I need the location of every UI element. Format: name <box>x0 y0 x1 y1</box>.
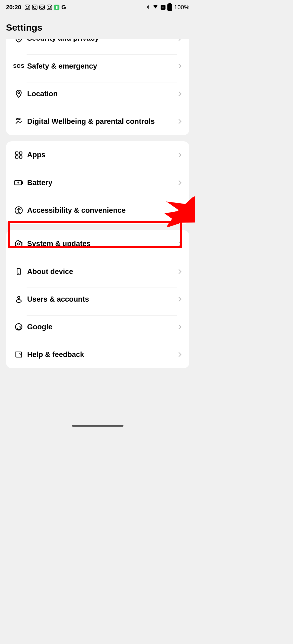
chevron-right-icon <box>177 208 183 213</box>
row-security[interactable]: Security and privacy <box>6 39 189 52</box>
row-apps[interactable]: Apps <box>6 141 189 169</box>
svg-point-2 <box>17 118 18 120</box>
accessibility-icon <box>11 206 27 215</box>
instagram-icon <box>32 5 37 10</box>
chevron-right-icon <box>177 39 183 41</box>
chevron-right-icon <box>177 152 183 158</box>
page-header: Settings <box>0 15 195 39</box>
svg-rect-4 <box>15 152 18 154</box>
google-status-icon: G <box>61 4 66 11</box>
row-label: Safety & emergency <box>27 62 97 71</box>
svg-rect-7 <box>20 156 22 158</box>
row-safety[interactable]: SOS Safety & emergency <box>6 52 189 80</box>
chevron-right-icon <box>177 269 183 274</box>
wifi-icon <box>152 4 159 11</box>
svg-point-14 <box>18 274 19 274</box>
svg-point-3 <box>19 118 20 120</box>
battery-saver-icon: ▮ <box>54 5 59 10</box>
location-pin-icon <box>11 89 27 98</box>
row-accessibility[interactable]: Accessibility & convenience <box>6 197 189 224</box>
svg-point-11 <box>18 208 19 209</box>
row-label: Security and privacy <box>27 39 99 43</box>
phone-icon <box>11 268 27 275</box>
chevron-right-icon <box>177 119 183 124</box>
chevron-right-icon <box>177 352 183 357</box>
heart-hand-icon <box>11 117 27 126</box>
gear-icon <box>11 240 27 248</box>
battery-percentage: 100% <box>174 4 189 11</box>
user-icon <box>11 295 27 304</box>
book-icon <box>11 350 27 359</box>
row-battery[interactable]: Battery <box>6 169 189 197</box>
chevron-right-icon <box>177 241 183 247</box>
svg-rect-0 <box>18 39 19 39</box>
shield-icon <box>11 39 27 43</box>
row-wellbeing[interactable]: Digital Wellbeing & parental controls <box>6 108 189 135</box>
chevron-right-icon <box>177 63 183 69</box>
svg-rect-5 <box>20 152 22 154</box>
row-label: System & updates <box>27 239 91 249</box>
chevron-right-icon <box>177 324 183 330</box>
instagram-icon <box>25 5 30 10</box>
row-system[interactable]: System & updates <box>6 230 189 258</box>
status-left: 20:20 ▮ G <box>6 4 66 11</box>
status-bar: 20:20 ▮ G × 100% <box>0 0 195 15</box>
sos-icon: SOS <box>11 63 27 69</box>
page-title: Settings <box>6 22 189 33</box>
status-right: × 100% <box>145 4 189 11</box>
chevron-right-icon <box>177 91 183 96</box>
google-g-icon <box>11 323 27 331</box>
settings-group: System & updates About device Users & ac… <box>6 230 189 368</box>
row-location[interactable]: Location <box>6 80 189 108</box>
row-label: Location <box>27 89 58 99</box>
row-label: Help & feedback <box>27 350 84 359</box>
home-indicator[interactable] <box>72 425 123 427</box>
row-label: About device <box>27 267 73 276</box>
svg-point-15 <box>18 296 20 298</box>
chevron-right-icon <box>177 180 183 185</box>
row-label: Battery <box>27 178 52 188</box>
status-time: 20:20 <box>6 4 21 11</box>
instagram-icon <box>47 5 52 10</box>
settings-group: Security and privacy SOS Safety & emerge… <box>6 39 189 135</box>
svg-point-12 <box>18 243 20 245</box>
no-signal-icon: × <box>161 5 165 10</box>
battery-full-icon <box>167 4 172 11</box>
row-label: Users & accounts <box>27 295 89 304</box>
row-about[interactable]: About device <box>6 258 189 285</box>
chevron-right-icon <box>177 297 183 302</box>
svg-rect-6 <box>15 156 18 158</box>
row-label: Accessibility & convenience <box>27 206 126 215</box>
svg-rect-9 <box>22 182 23 184</box>
instagram-icon <box>39 5 45 10</box>
svg-point-16 <box>16 300 21 302</box>
row-help[interactable]: Help & feedback <box>6 341 189 368</box>
settings-group: Apps Battery Accessibility & convenience <box>6 141 189 224</box>
row-users[interactable]: Users & accounts <box>6 285 189 313</box>
row-label: Apps <box>27 150 46 160</box>
apps-grid-icon <box>11 151 27 159</box>
row-label: Digital Wellbeing & parental controls <box>27 117 155 126</box>
settings-list[interactable]: Security and privacy SOS Safety & emerge… <box>0 39 195 427</box>
battery-charge-icon <box>11 178 27 187</box>
svg-point-1 <box>18 92 20 94</box>
row-google[interactable]: Google <box>6 313 189 341</box>
row-label: Google <box>27 323 52 332</box>
bluetooth-icon <box>145 4 150 11</box>
